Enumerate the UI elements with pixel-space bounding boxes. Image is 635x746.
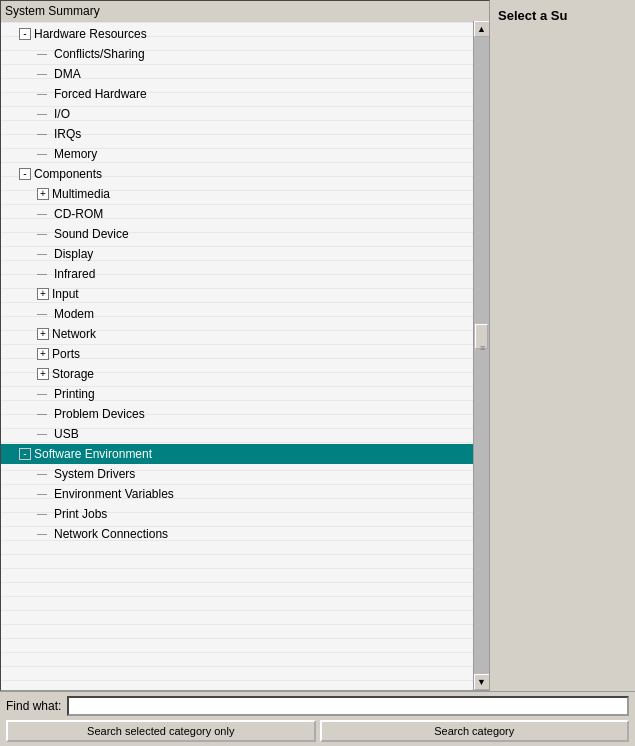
search-category-button[interactable]: Search category [320,720,630,742]
environment-variables-label: Environment Variables [54,485,174,503]
tree-item-infrared[interactable]: — Infrared [1,264,473,284]
print-jobs-label: Print Jobs [54,505,107,523]
system-summary-text: System Summary [5,4,100,18]
tree-item-system-drivers[interactable]: — System Drivers [1,464,473,484]
tree-item-forced-hardware[interactable]: — Forced Hardware [1,84,473,104]
dash-netconn: — [37,525,51,543]
dash-sound: — [37,225,51,243]
dash-memory: — [37,145,51,163]
scroll-down-button[interactable]: ▼ [474,674,490,690]
content-area: System Summary - Hardware Resources — Co… [0,0,635,691]
right-panel-header: Select a Su [494,4,631,27]
tree-item-network-connections[interactable]: — Network Connections [1,524,473,544]
multimedia-label: Multimedia [52,185,110,203]
tree-item-input[interactable]: + Input [1,284,473,304]
memory-label: Memory [54,145,97,163]
tree-item-usb[interactable]: — USB [1,424,473,444]
left-panel: System Summary - Hardware Resources — Co… [0,0,490,691]
printing-label: Printing [54,385,95,403]
dash-usb: — [37,425,51,443]
dash-display: — [37,245,51,263]
dash-io: — [37,105,51,123]
scroll-up-button[interactable]: ▲ [474,21,490,37]
modem-label: Modem [54,305,94,323]
expand-icon-storage: + [37,368,49,380]
tree-item-ports[interactable]: + Ports [1,344,473,364]
right-panel: Select a Su [490,0,635,691]
dash-forced: — [37,85,51,103]
dash-printing: — [37,385,51,403]
dma-label: DMA [54,65,81,83]
forced-hardware-label: Forced Hardware [54,85,147,103]
dash-irqs: — [37,125,51,143]
scrollbar[interactable]: ▲ ≡ ▼ [473,21,489,690]
dash-dma: — [37,65,51,83]
scroll-track: ≡ [474,37,489,674]
problem-devices-label: Problem Devices [54,405,145,423]
tree-item-problem-devices[interactable]: — Problem Devices [1,404,473,424]
tree-item-print-jobs[interactable]: — Print Jobs [1,504,473,524]
hardware-resources-label: Hardware Resources [34,25,147,43]
tree-item-io[interactable]: — I/O [1,104,473,124]
tree-item-memory[interactable]: — Memory [1,144,473,164]
io-label: I/O [54,105,70,123]
storage-label: Storage [52,365,94,383]
dash-envvar: — [37,485,51,503]
expand-icon-hardware: - [19,28,31,40]
dash-cdrom: — [37,205,51,223]
tree-item-components[interactable]: - Components [1,164,473,184]
expand-icon-software: - [19,448,31,460]
right-panel-header-text: Select a Su [498,8,567,23]
tree-item-irqs[interactable]: — IRQs [1,124,473,144]
tree-item-dma[interactable]: — DMA [1,64,473,84]
tree-item-conflicts[interactable]: — Conflicts/Sharing [1,44,473,64]
tree-container[interactable]: - Hardware Resources — Conflicts/Sharing… [1,22,489,690]
find-input[interactable] [67,696,629,716]
dash-conflicts: — [37,45,51,63]
usb-label: USB [54,425,79,443]
tree-item-multimedia[interactable]: + Multimedia [1,184,473,204]
dash-problem: — [37,405,51,423]
system-summary-label: System Summary [1,1,489,22]
irqs-label: IRQs [54,125,81,143]
components-label: Components [34,165,102,183]
network-label: Network [52,325,96,343]
tree-item-environment-variables[interactable]: — Environment Variables [1,484,473,504]
tree-item-modem[interactable]: — Modem [1,304,473,324]
dash-sysdrv: — [37,465,51,483]
find-label: Find what: [6,699,61,713]
conflicts-label: Conflicts/Sharing [54,45,145,63]
tree-item-software-environment[interactable]: - Software Environment [1,444,473,464]
tree-item-hardware-resources[interactable]: - Hardware Resources [1,24,473,44]
expand-icon-multimedia: + [37,188,49,200]
tree-item-printing[interactable]: — Printing [1,384,473,404]
dash-printjobs: — [37,505,51,523]
ports-label: Ports [52,345,80,363]
sound-device-label: Sound Device [54,225,129,243]
tree-item-sound-device[interactable]: — Sound Device [1,224,473,244]
system-drivers-label: System Drivers [54,465,135,483]
software-environment-label: Software Environment [34,445,152,463]
search-row: Search selected category only Search cat… [6,720,629,742]
dash-modem: — [37,305,51,323]
tree-item-display[interactable]: — Display [1,244,473,264]
infrared-label: Infrared [54,265,95,283]
display-label: Display [54,245,93,263]
expand-icon-components: - [19,168,31,180]
main-container: System Summary - Hardware Resources — Co… [0,0,635,746]
search-selected-button[interactable]: Search selected category only [6,720,316,742]
network-connections-label: Network Connections [54,525,168,543]
dash-infrared: — [37,265,51,283]
expand-icon-ports: + [37,348,49,360]
tree-item-cd-rom[interactable]: — CD-ROM [1,204,473,224]
expand-icon-network: + [37,328,49,340]
find-row: Find what: [6,696,629,716]
input-label: Input [52,285,79,303]
cd-rom-label: CD-ROM [54,205,103,223]
expand-icon-input: + [37,288,49,300]
scroll-indicator: ≡ [480,343,485,353]
tree-item-storage[interactable]: + Storage [1,364,473,384]
bottom-bar: Find what: Search selected category only… [0,691,635,746]
tree-item-network[interactable]: + Network [1,324,473,344]
